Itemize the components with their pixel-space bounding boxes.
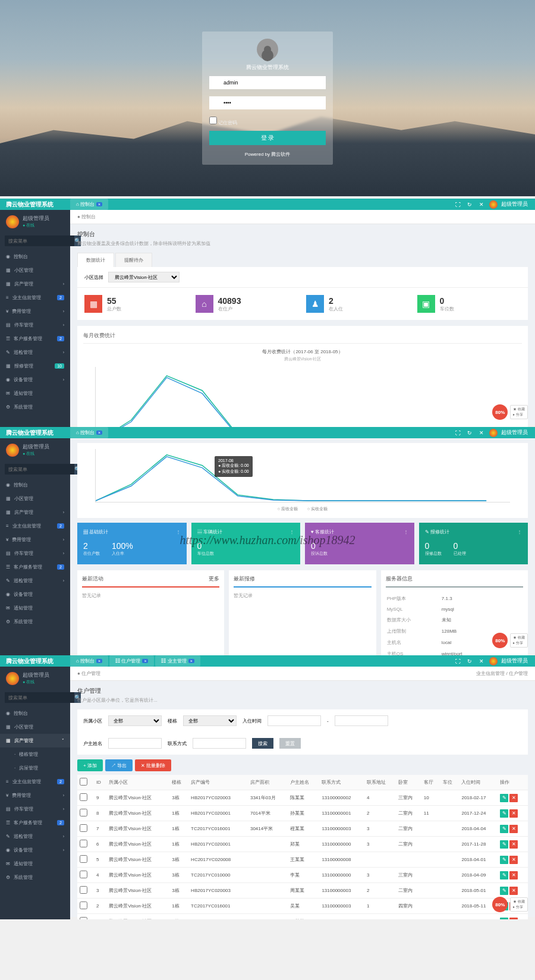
sidebar-item[interactable]: ◉设备管理› [0,373,70,387]
card-menu-icon[interactable]: ⋮ [176,529,181,535]
select-all-checkbox[interactable] [80,778,87,786]
filter-date-to[interactable] [335,715,388,726]
row-checkbox[interactable] [80,917,87,919]
user-role[interactable]: 超级管理员 [501,657,528,665]
row-checkbox[interactable] [80,871,87,878]
community-select[interactable]: 腾云峰景Vision·社区 [108,272,180,282]
delete-button[interactable]: ✕ [509,825,518,833]
sidebar-item[interactable]: ◉控制台 [0,478,70,492]
sidebar-search-input[interactable] [5,692,74,703]
float-widget[interactable]: 80%★ 收藏▸ 分享 [492,897,528,912]
sidebar-item[interactable]: ⚙系统管理 [0,615,70,629]
sidebar-item[interactable]: ✎巡检管理› [0,830,70,843]
delete-button[interactable]: ✕ [509,871,518,880]
fullscreen-icon[interactable]: ⛶ [454,200,462,209]
top-tab[interactable]: ☷ 住户管理× [109,655,154,667]
user-avatar-icon[interactable] [489,657,498,665]
sidebar-item[interactable]: ▤停车管理› [0,546,70,560]
top-tab[interactable]: ☷ 业主管理× [155,655,200,667]
sidebar-item[interactable]: ✉通知管理 [0,601,70,615]
top-tab[interactable]: ⌂ 控制台× [70,427,108,438]
edit-button[interactable]: ✎ [500,871,508,880]
tab-close-icon[interactable]: × [188,659,194,663]
sidebar-item[interactable]: ✉通知管理 [0,857,70,871]
user-role[interactable]: 超级管理员 [501,429,528,436]
sidebar-item[interactable]: ·楼栋管理 [0,747,70,761]
edit-button[interactable]: ✎ [500,887,508,895]
edit-button[interactable]: ✎ [500,856,508,864]
row-checkbox[interactable] [80,886,87,894]
refresh-icon[interactable]: ↻ [465,200,474,209]
sidebar-item[interactable]: ◉控制台 [0,706,70,720]
sidebar-item[interactable]: ¥费用管理› [0,789,70,802]
float-widget[interactable]: 80%★ 收藏▸ 分享 [492,404,528,420]
fullscreen-icon[interactable]: ⛶ [454,429,462,437]
delete-button[interactable]: ✕ [509,794,518,802]
export-button[interactable]: ↗ 导出 [105,759,133,771]
sidebar-item[interactable]: ≡业主信息管理2 [0,291,70,304]
sidebar-search-input[interactable] [5,235,74,246]
refresh-icon[interactable]: ↻ [465,657,474,665]
user-avatar-icon[interactable] [489,200,498,209]
edit-button[interactable]: ✎ [500,809,508,818]
close-icon[interactable]: ✕ [477,429,486,437]
password-input[interactable] [209,96,326,109]
row-checkbox[interactable] [80,809,87,816]
sidebar-item[interactable]: ▦报修管理10 [0,359,70,373]
search-button[interactable]: 搜索 [252,738,273,749]
close-icon[interactable]: ✕ [477,657,486,665]
row-checkbox[interactable] [80,902,87,909]
user-avatar-icon[interactable] [489,429,498,437]
sidebar-item[interactable]: ¥费用管理› [0,533,70,546]
sidebar-item[interactable]: ≡业主信息管理2 [0,775,70,789]
sidebar-item[interactable]: ✉通知管理 [0,387,70,400]
close-icon[interactable]: ✕ [477,200,486,209]
sidebar-item[interactable]: ·房屋管理 [0,761,70,775]
filter-name[interactable] [108,738,162,749]
bulk-delete-button[interactable]: ✕ 批量删除 [135,759,171,771]
fullscreen-icon[interactable]: ⛶ [454,657,462,665]
sidebar-item[interactable]: ☰客户服务管理2 [0,332,70,345]
row-checkbox[interactable] [80,793,87,801]
row-checkbox[interactable] [80,840,87,847]
sidebar-item[interactable]: ▦小区管理 [0,492,70,505]
delete-button[interactable]: ✕ [509,809,518,818]
sidebar-item[interactable]: ▦小区管理 [0,263,70,277]
tab-close-icon[interactable]: × [142,659,148,663]
float-widget[interactable]: 80%★ 收藏▸ 分享 [492,633,528,648]
filter-building[interactable]: 全部 [183,715,237,726]
filter-phone[interactable] [193,738,246,749]
refresh-icon[interactable]: ↻ [465,429,474,437]
tab-close-icon[interactable]: × [96,431,102,435]
sidebar-item[interactable]: ⚙系统管理 [0,400,70,414]
edit-button[interactable]: ✎ [500,825,508,833]
sidebar-item[interactable]: ≡业主信息管理2 [0,519,70,533]
row-checkbox[interactable] [80,824,87,832]
sidebar-item[interactable]: ☰客户服务管理2 [0,816,70,830]
reset-button[interactable]: 重置 [279,738,301,749]
delete-button[interactable]: ✕ [509,856,518,864]
sidebar-item[interactable]: ▤停车管理› [0,318,70,332]
tab-todo[interactable]: 提醒待办 [115,253,152,267]
sidebar-item[interactable]: ▦房产管理› [0,277,70,291]
top-tab[interactable]: ⌂ 控制台× [70,199,108,210]
card-menu-icon[interactable]: ⋮ [404,529,408,535]
sidebar-item[interactable]: ◉控制台 [0,250,70,263]
sidebar-item[interactable]: ▦房产管理› [0,505,70,519]
filter-community[interactable]: 全部 [108,715,162,726]
delete-button[interactable]: ✕ [509,918,518,920]
add-button[interactable]: + 添加 [77,759,103,771]
remember-checkbox[interactable]: 记住密码 [209,117,326,126]
filter-date-from[interactable] [268,715,321,726]
row-checkbox[interactable] [80,855,87,863]
sidebar-item[interactable]: ▤停车管理› [0,802,70,816]
tab-close-icon[interactable]: × [96,659,102,663]
user-role[interactable]: 超级管理员 [501,200,528,208]
more-link[interactable]: 更多 [209,575,219,583]
sidebar-item[interactable]: ☰客户服务管理2 [0,560,70,574]
card-menu-icon[interactable]: ⋮ [517,529,522,535]
sidebar-item[interactable]: ⚙系统管理 [0,871,70,884]
delete-button[interactable]: ✕ [509,840,518,849]
card-menu-icon[interactable]: ⋮ [289,529,294,535]
sidebar-item[interactable]: ▦房产管理˅ [0,734,70,747]
